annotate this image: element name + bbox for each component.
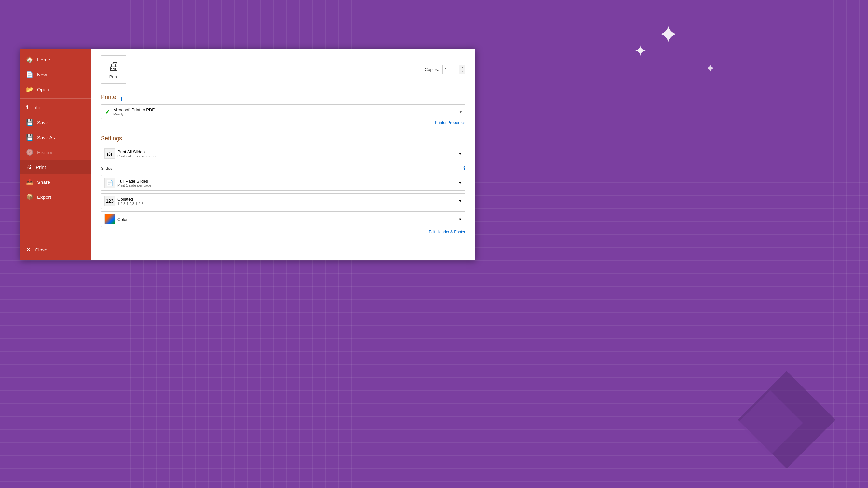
nav-save[interactable]: 💾 Save bbox=[20, 115, 91, 130]
full-page-slides-main: Full Page Slides bbox=[118, 178, 151, 184]
nav-new-label: New bbox=[37, 72, 47, 77]
share-icon: 📤 bbox=[26, 178, 33, 186]
nav-save-as[interactable]: 💾 Save As bbox=[20, 130, 91, 145]
nav-history-label: History bbox=[37, 150, 53, 155]
print-all-slides-sub: Print entire presentation bbox=[118, 154, 156, 158]
history-icon: 🕐 bbox=[26, 149, 33, 156]
home-icon: 🏠 bbox=[26, 56, 33, 63]
nav-info-label: Info bbox=[32, 105, 40, 110]
nav-open-label: Open bbox=[37, 87, 49, 92]
printer-properties-link[interactable]: Printer Properties bbox=[101, 120, 465, 125]
collated-text: Collated 1,2,3 1,2,3 1,2,3 bbox=[118, 197, 144, 206]
copies-section: Copies: ▲ ▼ bbox=[425, 65, 465, 74]
nav-new[interactable]: 📄 New bbox=[20, 67, 91, 82]
nav-home-label: Home bbox=[37, 57, 50, 62]
print-all-slides-text: Print All Slides Print entire presentati… bbox=[118, 149, 156, 158]
print-all-slides-main: Print All Slides bbox=[118, 149, 156, 154]
nav-close[interactable]: ✕ Close bbox=[20, 242, 91, 257]
nav-share[interactable]: 📤 Share bbox=[20, 174, 91, 189]
print-button[interactable]: 🖨 Print bbox=[101, 55, 126, 84]
print-button-label: Print bbox=[110, 74, 118, 79]
star-decoration-large: ✦ bbox=[657, 20, 679, 50]
new-icon: 📄 bbox=[26, 71, 33, 78]
print-area: 🖨 Print Copies: ▲ ▼ Printer ℹ bbox=[91, 49, 475, 260]
color-dd-main: Color bbox=[118, 217, 128, 222]
nav-info[interactable]: ℹ Info bbox=[20, 100, 91, 115]
printer-info-icon[interactable]: ℹ bbox=[121, 96, 123, 102]
nav-share-label: Share bbox=[37, 179, 50, 185]
print-all-slides-icon: 🗂 bbox=[104, 148, 115, 159]
nav-print[interactable]: 🖨 Print bbox=[20, 160, 91, 174]
copies-label: Copies: bbox=[425, 67, 439, 72]
printer-check-icon: ✔ bbox=[105, 108, 110, 116]
slides-info-icon[interactable]: ℹ bbox=[463, 165, 465, 171]
open-icon: 📂 bbox=[26, 86, 33, 93]
print-button-icon: 🖨 bbox=[108, 60, 119, 73]
nav-history[interactable]: 🕐 History bbox=[20, 145, 91, 160]
color-dd-text: Color bbox=[118, 217, 128, 222]
edit-header-footer-link[interactable]: Edit Header & Footer bbox=[101, 230, 465, 234]
color-dropdown[interactable]: Color ▼ bbox=[101, 212, 465, 227]
star-decoration-small: ✦ bbox=[634, 42, 647, 60]
color-dd-arrow: ▼ bbox=[458, 217, 462, 221]
save-as-icon: 💾 bbox=[26, 134, 33, 141]
collated-dropdown[interactable]: 123 Collated 1,2,3 1,2,3 1,2,3 ▼ bbox=[101, 193, 465, 209]
printer-title-row: Printer ℹ bbox=[101, 94, 465, 104]
print-all-slides-dropdown[interactable]: 🗂 Print All Slides Print entire presenta… bbox=[101, 146, 465, 161]
file-nav: 🏠 Home 📄 New 📂 Open ℹ Info 💾 Save 💾 Save… bbox=[20, 49, 91, 260]
save-icon: 💾 bbox=[26, 119, 33, 126]
nav-open[interactable]: 📂 Open bbox=[20, 82, 91, 97]
nav-export-label: Export bbox=[37, 194, 51, 200]
printer-info: Microsoft Print to PDF Ready bbox=[113, 107, 461, 116]
printer-section: Printer ℹ ✔ Microsoft Print to PDF Ready… bbox=[101, 89, 465, 125]
copies-up-btn[interactable]: ▲ bbox=[459, 65, 465, 70]
copies-input-box: ▲ ▼ bbox=[442, 65, 465, 74]
slides-input-row: Slides: ℹ bbox=[101, 164, 465, 172]
nav-home[interactable]: 🏠 Home bbox=[20, 52, 91, 67]
export-icon: 📦 bbox=[26, 193, 33, 200]
full-page-slides-text: Full Page Slides Print 1 slide per page bbox=[118, 178, 151, 187]
printer-name: Microsoft Print to PDF bbox=[113, 107, 461, 112]
full-page-slides-dropdown[interactable]: 📄 Full Page Slides Print 1 slide per pag… bbox=[101, 175, 465, 191]
star-decoration-tiny: ✦ bbox=[706, 62, 715, 75]
nav-save-label: Save bbox=[37, 120, 48, 125]
settings-section: Settings 🗂 Print All Slides Print entire… bbox=[101, 130, 465, 234]
full-page-slides-arrow: ▼ bbox=[458, 181, 462, 185]
copies-input[interactable] bbox=[443, 65, 459, 74]
full-page-slides-sub: Print 1 slide per page bbox=[118, 184, 151, 187]
info-icon: ℹ bbox=[26, 104, 28, 111]
collated-arrow: ▼ bbox=[458, 199, 462, 203]
full-page-slides-icon: 📄 bbox=[104, 177, 115, 188]
slides-label: Slides: bbox=[101, 166, 117, 171]
printer-section-title: Printer bbox=[101, 94, 118, 100]
nav-save-as-label: Save As bbox=[37, 135, 55, 140]
nav-export[interactable]: 📦 Export bbox=[20, 189, 91, 204]
nav-print-label: Print bbox=[36, 164, 46, 170]
file-menu: 🏠 Home 📄 New 📂 Open ℹ Info 💾 Save 💾 Save… bbox=[20, 49, 475, 260]
color-dd-icon bbox=[104, 214, 115, 225]
print-header: 🖨 Print Copies: ▲ ▼ bbox=[101, 55, 465, 84]
printer-status: Ready bbox=[113, 112, 461, 116]
close-icon: ✕ bbox=[26, 246, 31, 253]
print-icon: 🖨 bbox=[26, 164, 32, 170]
settings-section-title: Settings bbox=[101, 135, 465, 142]
copies-spinner: ▲ ▼ bbox=[459, 65, 465, 74]
printer-dropdown-arrow[interactable]: ▼ bbox=[459, 110, 463, 114]
slides-input[interactable] bbox=[120, 164, 458, 172]
print-all-slides-arrow: ▼ bbox=[458, 152, 462, 156]
copies-down-btn[interactable]: ▼ bbox=[459, 70, 465, 74]
collated-main: Collated bbox=[118, 197, 144, 202]
collated-sub: 1,2,3 1,2,3 1,2,3 bbox=[118, 202, 144, 206]
nav-close-label: Close bbox=[35, 247, 47, 253]
collated-icon: 123 bbox=[104, 196, 115, 206]
printer-box[interactable]: ✔ Microsoft Print to PDF Ready ▼ bbox=[101, 104, 465, 119]
